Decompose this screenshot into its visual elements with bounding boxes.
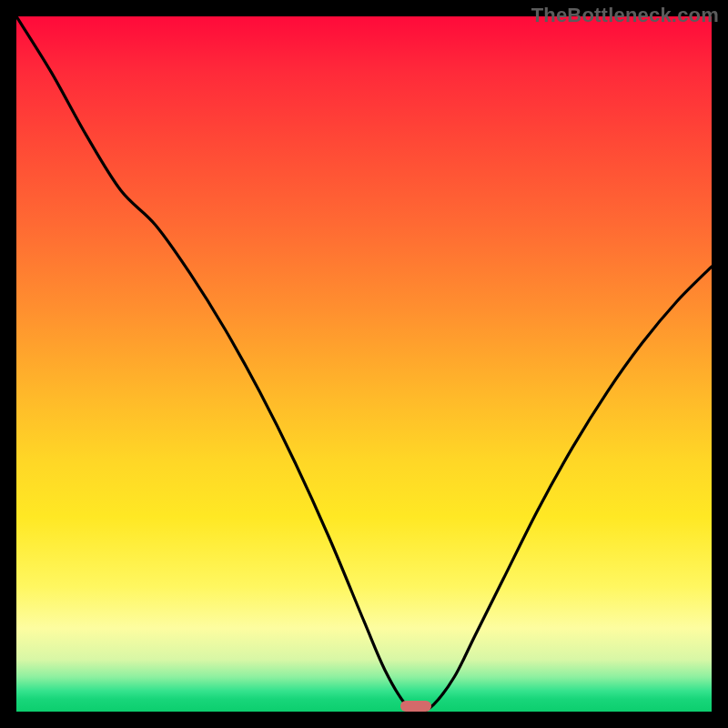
chart-frame: TheBottleneck.com bbox=[0, 0, 728, 728]
watermark-text: TheBottleneck.com bbox=[531, 4, 719, 27]
optimum-marker bbox=[400, 701, 431, 712]
bottleneck-curve bbox=[16, 16, 712, 712]
plot-area bbox=[16, 16, 712, 712]
